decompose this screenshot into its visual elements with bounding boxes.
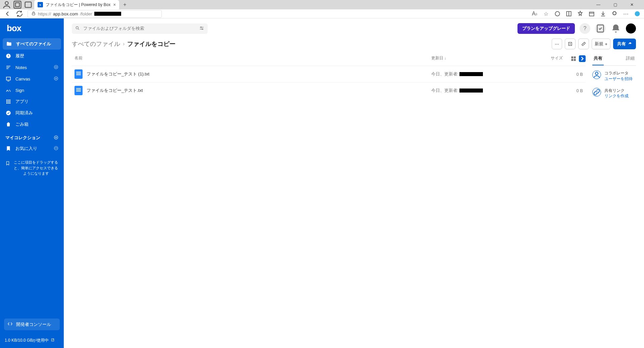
upgrade-button[interactable]: プランをアップグレード: [517, 23, 575, 34]
favorite-star-icon[interactable]: ☆: [543, 10, 549, 17]
col-header-date[interactable]: 更新日 ↓: [431, 55, 525, 62]
more-actions-button[interactable]: ⋯: [552, 39, 562, 49]
tab-actions-icon[interactable]: [23, 0, 33, 9]
main-content: ファイルおよびフォルダを検索 プランをアップグレード ? すべてのファイル › …: [64, 18, 644, 348]
text-file-icon: [75, 86, 83, 95]
downloads-icon[interactable]: [600, 10, 606, 17]
view-toggle-group: [565, 55, 586, 62]
sync-icon: [5, 110, 11, 116]
col-header-size[interactable]: サイズ: [525, 55, 565, 62]
sidebar-item-trash[interactable]: ごみ箱: [0, 119, 64, 130]
maximize-icon[interactable]: ▢: [609, 2, 621, 7]
sidebar-item-label: Sign: [15, 88, 24, 93]
svg-point-5: [555, 11, 559, 16]
grid-view-icon[interactable]: [570, 55, 577, 62]
link-title: 共有リンク: [604, 88, 629, 94]
url-path: /folder: [80, 11, 92, 16]
help-icon[interactable]: ?: [580, 23, 590, 34]
add-canvas-icon[interactable]: [54, 76, 58, 82]
clock-icon: [5, 53, 11, 59]
search-placeholder: ファイルおよびフォルダを検索: [83, 25, 144, 32]
content-row: 名前 更新日 ↓ サイズ ファイルをコピー_テスト (1).txt 今日、更新者…: [64, 53, 644, 100]
sidebar-item-favorites[interactable]: お気に入り: [0, 143, 64, 154]
bookmark-outline-icon: [5, 161, 10, 167]
split-screen-icon[interactable]: [565, 10, 572, 17]
tab-title: ファイルをコピー | Powered by Box: [46, 2, 110, 8]
svg-rect-25: [9, 100, 10, 101]
copilot-icon[interactable]: [634, 10, 641, 17]
canvas-icon: [5, 76, 11, 82]
read-aloud-icon[interactable]: A)): [531, 10, 538, 17]
sidebar-item-sign[interactable]: Sign: [0, 84, 64, 96]
add-note-icon[interactable]: [54, 65, 58, 70]
sidebar-item-all-files[interactable]: すべてのファイル: [3, 38, 61, 50]
svg-rect-4: [32, 13, 35, 15]
breadcrumb-root[interactable]: すべてのファイル: [72, 40, 120, 48]
refresh-button[interactable]: [15, 10, 23, 18]
tab-share[interactable]: 共有: [592, 53, 604, 65]
share-button[interactable]: 共有: [613, 39, 636, 49]
breadcrumb-row: すべてのファイル › ファイルをコピー ⋯ 新規 + 共有: [64, 37, 644, 53]
file-row[interactable]: ファイルをコピー_テスト.txt 今日、更新者: 0 B: [72, 82, 586, 99]
search-input[interactable]: ファイルおよびフォルダを検索: [72, 23, 208, 34]
profile-icon[interactable]: [2, 0, 11, 9]
close-window-icon[interactable]: ✕: [626, 2, 638, 7]
collections-icon[interactable]: [588, 10, 595, 17]
panel-toggle-icon[interactable]: [579, 55, 586, 62]
collapse-favorites-icon[interactable]: [54, 146, 58, 152]
box-logo[interactable]: box: [0, 18, 64, 38]
sidebar-item-label: Notes: [15, 65, 27, 70]
sidebar-item-canvas[interactable]: Canvas: [0, 73, 64, 84]
new-button[interactable]: 新規 +: [592, 39, 610, 49]
browser-tab[interactable]: b ファイルをコピー | Powered by Box ×: [34, 0, 119, 9]
close-tab-icon[interactable]: ×: [113, 2, 116, 7]
more-icon[interactable]: ⋯: [623, 10, 629, 17]
workspaces-icon[interactable]: [13, 0, 22, 9]
svg-rect-2: [15, 3, 19, 7]
new-tab-button[interactable]: +: [120, 2, 129, 8]
lock-icon: [31, 11, 36, 17]
file-name[interactable]: ファイルをコピー_テスト (1).txt: [87, 71, 431, 77]
dev-console-button[interactable]: 開発者コンソール: [4, 318, 60, 330]
minimize-icon[interactable]: —: [592, 2, 604, 7]
file-name[interactable]: ファイルをコピー_テスト.txt: [87, 88, 431, 94]
tab-detail[interactable]: 詳細: [625, 53, 636, 65]
extension-icon[interactable]: [554, 10, 561, 17]
file-row[interactable]: ファイルをコピー_テスト (1).txt 今日、更新者: 0 B: [72, 66, 586, 82]
create-link-link[interactable]: リンクを作成: [604, 93, 629, 99]
back-button[interactable]: [3, 10, 11, 18]
svg-rect-24: [8, 100, 9, 101]
invite-user-link[interactable]: ユーザーを招待: [604, 76, 633, 82]
svg-rect-48: [571, 59, 573, 61]
folder-icon: [6, 41, 12, 47]
favorites-icon[interactable]: [577, 10, 584, 17]
url-input[interactable]: https://app.box.com/folder: [28, 10, 162, 18]
svg-rect-47: [574, 56, 576, 58]
link-button[interactable]: [578, 39, 589, 49]
sidebar-item-history[interactable]: 履歴: [0, 50, 64, 62]
tasks-icon[interactable]: [595, 23, 606, 34]
sidebar-item-apps[interactable]: アプリ: [0, 96, 64, 107]
file-size: 0 B: [525, 72, 586, 77]
svg-rect-29: [6, 103, 7, 104]
file-date: 今日、更新者:: [431, 88, 525, 94]
file-list: 名前 更新日 ↓ サイズ ファイルをコピー_テスト (1).txt 今日、更新者…: [72, 53, 586, 100]
sidebar-item-synced[interactable]: 同期済み: [0, 107, 64, 119]
transfer-button[interactable]: [565, 39, 576, 49]
svg-rect-23: [6, 100, 7, 101]
col-header-name[interactable]: 名前: [72, 55, 431, 62]
extensions-icon[interactable]: [611, 10, 618, 17]
collaborator-section: コラボレータ ユーザーを招待: [592, 66, 636, 83]
svg-rect-8: [589, 12, 594, 16]
breadcrumb-current: ファイルをコピー: [127, 40, 176, 48]
redacted: [459, 89, 483, 93]
bell-icon[interactable]: [610, 23, 621, 34]
sidebar-item-notes[interactable]: Notes: [0, 62, 64, 73]
drag-hint: ここに項目をドラッグすると、簡単にアクセスできるようになります: [5, 158, 58, 178]
storage-usage[interactable]: 1.0 KB/10.0 GBが使用中: [0, 334, 64, 348]
side-panel-tabs: 共有 詳細: [592, 53, 636, 66]
avatar[interactable]: [626, 23, 636, 34]
search-filter-icon[interactable]: [199, 25, 204, 32]
sidebar-section-collection[interactable]: マイコレクション: [0, 130, 64, 143]
add-collection-icon[interactable]: [54, 135, 58, 141]
